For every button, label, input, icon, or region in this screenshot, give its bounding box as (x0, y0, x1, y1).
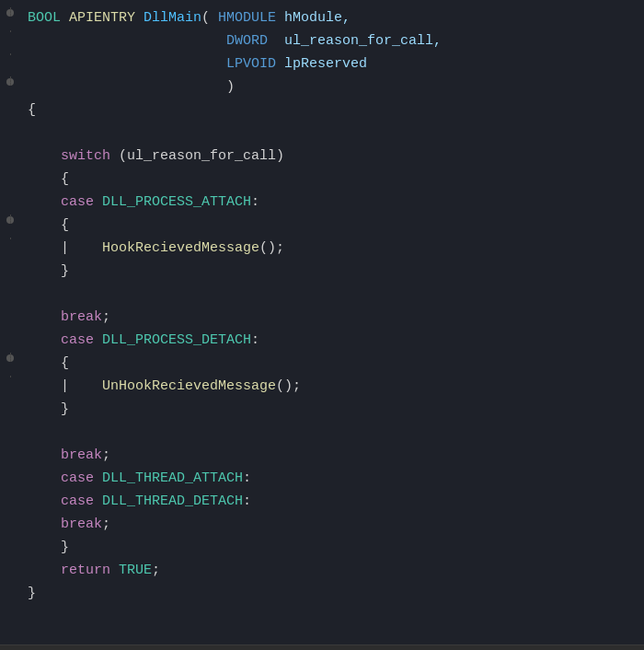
code-content: case DLL_PROCESS_ATTACH: (20, 192, 644, 214)
token: } (28, 586, 36, 601)
token: case (61, 332, 94, 348)
token: DWORD (226, 33, 268, 49)
gutter-cell (0, 307, 20, 308)
code-content: break; (20, 514, 644, 536)
token: } (28, 401, 69, 417)
token (28, 517, 61, 532)
gutter-cell (0, 399, 20, 400)
gutter-line-indicator (10, 53, 11, 55)
code-content: } (20, 261, 644, 283)
gutter-line-indicator (10, 353, 11, 362)
gutter-cell (0, 76, 20, 86)
code-content: case DLL_PROCESS_DETACH: (20, 330, 644, 352)
token: (); (259, 240, 284, 256)
gutter-cell (0, 491, 20, 493)
token: case (61, 470, 94, 486)
token (28, 447, 61, 463)
token: case (61, 194, 94, 210)
gutter-cell (0, 53, 20, 55)
gutter-cell (0, 468, 20, 470)
code-line (0, 122, 644, 145)
gutter-line-indicator (10, 76, 11, 86)
token: | (28, 378, 102, 394)
token: break (61, 517, 102, 532)
token: DllMain (144, 10, 201, 26)
token: DLL_PROCESS_ATTACH (102, 194, 251, 210)
code-content: break; (20, 445, 644, 467)
token: ; (102, 447, 110, 463)
code-line: switch (ul_reason_for_call) (0, 145, 644, 168)
token: : (243, 470, 251, 486)
code-content: | HookRecievedMessage(); (20, 238, 644, 260)
token: DLL_THREAD_DETACH (102, 493, 243, 509)
code-content: } (20, 583, 644, 605)
code-content: break; (20, 307, 644, 329)
code-line: } (0, 399, 644, 422)
gutter-cell (0, 514, 20, 516)
token: DLL_PROCESS_DETACH (102, 332, 251, 348)
code-content: return TRUE; (20, 560, 644, 582)
code-content: BOOL APIENTRY DllMain( HMODULE hModule, (20, 7, 644, 29)
gutter-cell (0, 145, 20, 147)
token: return (61, 563, 110, 578)
token (110, 563, 119, 578)
gutter-cell (0, 30, 20, 32)
code-line: case DLL_THREAD_ATTACH: (0, 468, 644, 491)
token: ; (102, 517, 110, 532)
gutter-line-indicator (10, 215, 11, 224)
token: } (28, 540, 69, 555)
gutter-line-indicator (10, 376, 11, 377)
code-content: case DLL_THREAD_DETACH: (20, 491, 644, 513)
token: : (251, 194, 259, 210)
token (28, 194, 61, 210)
code-line: DWORD ul_reason_for_call, (0, 30, 644, 53)
gutter-line-indicator (10, 7, 11, 17)
code-line (0, 284, 644, 307)
token: switch (61, 148, 110, 164)
code-line: { (0, 353, 644, 376)
status-bar (0, 644, 644, 650)
token: DLL_THREAD_ATTACH (102, 470, 243, 486)
token: lpReserved (276, 56, 367, 72)
token (94, 332, 102, 348)
token: { (28, 102, 36, 118)
code-line: BOOL APIENTRY DllMain( HMODULE hModule, (0, 7, 644, 30)
token (28, 148, 61, 164)
token: (); (276, 378, 301, 394)
code-line: ) (0, 76, 644, 99)
token: } (28, 263, 69, 279)
code-line: | HookRecievedMessage(); (0, 238, 644, 261)
token: break (61, 447, 102, 463)
code-content: { (20, 215, 644, 237)
code-content: case DLL_THREAD_ATTACH: (20, 468, 644, 490)
code-line (0, 422, 644, 445)
gutter-cell (0, 353, 20, 362)
code-content: } (20, 537, 644, 559)
code-line: break; (0, 307, 644, 330)
code-content: { (20, 353, 644, 375)
gutter-cell (0, 422, 20, 424)
token (28, 470, 61, 486)
token: hModule, (276, 10, 351, 26)
code-content: } (20, 399, 644, 421)
token (28, 563, 61, 578)
code-line: case DLL_PROCESS_DETACH: (0, 330, 644, 353)
code-line: break; (0, 514, 644, 537)
gutter-cell (0, 99, 20, 101)
gutter-line-indicator (10, 30, 11, 32)
code-line: { (0, 168, 644, 192)
token: UnHookRecievedMessage (102, 378, 276, 394)
code-line: case DLL_THREAD_DETACH: (0, 491, 644, 514)
token: (ul_reason_for_call) (110, 148, 284, 164)
token (28, 309, 61, 325)
token (28, 493, 61, 509)
token: { (28, 217, 69, 233)
code-editor: BOOL APIENTRY DllMain( HMODULE hModule, … (0, 0, 644, 644)
token (28, 332, 61, 348)
token: ; (152, 563, 160, 578)
token: : (243, 493, 251, 509)
token: HMODULE (218, 10, 276, 26)
token (28, 56, 226, 72)
token: ) (28, 79, 235, 95)
token: APIENTRY (69, 10, 144, 26)
